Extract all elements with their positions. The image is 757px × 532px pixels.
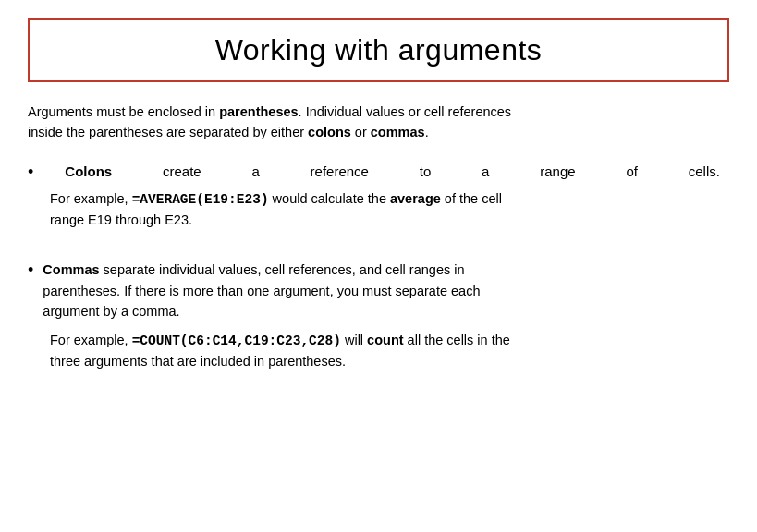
commas-example-bold: count (367, 332, 403, 347)
bullet-dot-1: • (28, 163, 33, 182)
commas-example-line2: three arguments that are included in par… (50, 354, 346, 369)
colons-example: For example, =AVERAGE(E19:E23) would cal… (50, 188, 729, 231)
colons-example-bold: average (390, 191, 441, 206)
commas-section: • Commas separate individual values, cel… (28, 260, 729, 371)
intro-text-2: . Individual values or cell references (299, 104, 512, 119)
colons-word-create: create (163, 163, 201, 179)
colons-word-a2: a (482, 163, 489, 179)
colons-example-prefix: For example, (50, 191, 132, 206)
page-title: Working with arguments (215, 33, 543, 66)
colons-bullet-content: Colons create a reference to a range of … (43, 163, 729, 179)
commas-text-2: parentheses. If there is more than one a… (43, 284, 480, 298)
commas-example-mid: will (341, 332, 367, 347)
commas-content-block: Commas separate individual values, cell … (43, 260, 729, 321)
colons-word-cells: cells. (689, 163, 720, 179)
colons-example-suffix: of the cell (441, 191, 502, 206)
commas-text-3: argument by a comma. (43, 304, 179, 319)
intro-paragraph: Arguments must be enclosed in parenthese… (28, 103, 729, 143)
commas-example-suffix: all the cells in the (404, 332, 510, 347)
commas-example-prefix: For example, (50, 332, 132, 347)
colons-word-range: range (540, 163, 575, 179)
commas-text-1: separate individual values, cell referen… (100, 262, 465, 277)
colons-example-code: =AVERAGE(E19:E23) (132, 192, 269, 207)
colons-bold-label: Colons (65, 163, 112, 179)
intro-bold-1: parentheses (219, 104, 298, 119)
colons-word-to: to (420, 163, 432, 179)
title-box: Working with arguments (28, 18, 729, 82)
commas-example: For example, =COUNT(C6:C14,C19:C23,C28) … (50, 330, 729, 372)
colons-example-line2: range E19 through E23. (50, 212, 192, 227)
colons-bullet-row: • Colons create a reference to a range o… (28, 162, 729, 181)
colons-word-reference: reference (311, 163, 369, 179)
colons-label: Colons (65, 163, 112, 179)
colons-line: Colons create a reference to a range of … (65, 163, 729, 179)
intro-text-1: Arguments must be enclosed in (28, 104, 219, 119)
intro-text-4: or (351, 125, 371, 139)
commas-bullet-content: Commas separate individual values, cell … (43, 260, 729, 321)
commas-bullet-row: • Commas separate individual values, cel… (28, 260, 729, 321)
page: Working with arguments Arguments must be… (0, 0, 757, 532)
bullet-dot-2: • (28, 260, 33, 280)
commas-example-code: =COUNT(C6:C14,C19:C23,C28) (132, 333, 341, 348)
intro-text-3: inside the parentheses are separated by … (28, 125, 308, 139)
intro-text-5: . (425, 125, 429, 139)
intro-bold-3: commas (371, 125, 425, 139)
colons-example-mid: would calculate the (269, 191, 390, 206)
colons-word-of: of (626, 163, 638, 179)
commas-label: Commas (43, 262, 99, 277)
intro-bold-2: colons (308, 125, 351, 139)
colons-word-a1: a (251, 163, 259, 179)
colons-section: • Colons create a reference to a range o… (28, 162, 729, 248)
